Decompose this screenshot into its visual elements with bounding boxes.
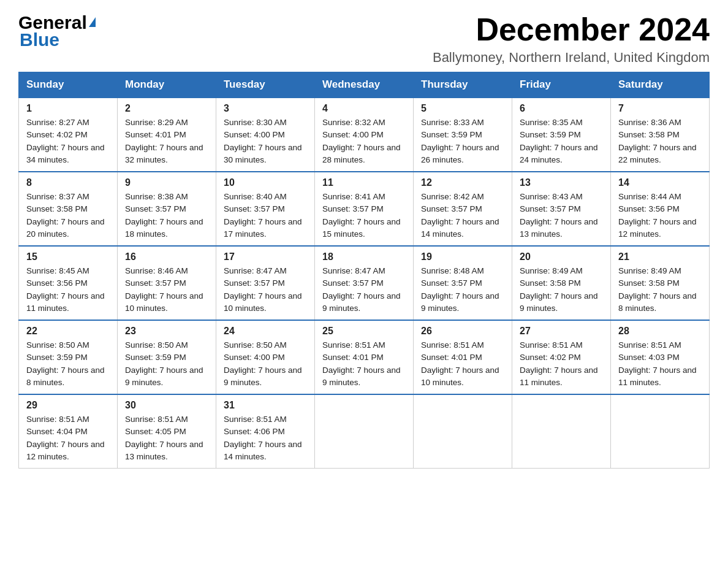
day-info: Sunrise: 8:38 AMSunset: 3:57 PMDaylight:… bbox=[125, 192, 203, 239]
calendar-cell: 5 Sunrise: 8:33 AMSunset: 3:59 PMDayligh… bbox=[414, 98, 512, 172]
calendar-cell: 21 Sunrise: 8:49 AMSunset: 3:58 PMDaylig… bbox=[611, 246, 710, 320]
day-info: Sunrise: 8:29 AMSunset: 4:01 PMDaylight:… bbox=[125, 118, 203, 164]
day-info: Sunrise: 8:45 AMSunset: 3:56 PMDaylight:… bbox=[26, 266, 105, 313]
day-number: 20 bbox=[520, 251, 603, 262]
day-info: Sunrise: 8:47 AMSunset: 3:57 PMDaylight:… bbox=[224, 266, 302, 313]
day-number: 17 bbox=[224, 251, 307, 262]
day-number: 15 bbox=[26, 251, 110, 262]
day-number: 27 bbox=[520, 326, 603, 337]
day-number: 4 bbox=[322, 103, 406, 114]
day-info: Sunrise: 8:36 AMSunset: 3:58 PMDaylight:… bbox=[618, 118, 697, 164]
day-number: 26 bbox=[421, 326, 504, 337]
calendar-cell: 20 Sunrise: 8:49 AMSunset: 3:58 PMDaylig… bbox=[512, 246, 611, 320]
day-number: 3 bbox=[224, 103, 307, 114]
calendar-cell: 12 Sunrise: 8:42 AMSunset: 3:57 PMDaylig… bbox=[414, 172, 512, 246]
day-info: Sunrise: 8:48 AMSunset: 3:57 PMDaylight:… bbox=[421, 266, 499, 313]
title-block: December 2024 Ballymoney, Northern Irela… bbox=[433, 12, 710, 66]
day-info: Sunrise: 8:43 AMSunset: 3:57 PMDaylight:… bbox=[520, 192, 598, 239]
day-number: 10 bbox=[224, 177, 307, 188]
logo-blue: Blue bbox=[18, 29, 59, 50]
day-number: 9 bbox=[125, 177, 208, 188]
day-info: Sunrise: 8:41 AMSunset: 3:57 PMDaylight:… bbox=[322, 192, 401, 239]
header-sunday: Sunday bbox=[19, 72, 118, 98]
day-number: 2 bbox=[125, 103, 208, 114]
calendar-cell: 16 Sunrise: 8:46 AMSunset: 3:57 PMDaylig… bbox=[118, 246, 216, 320]
main-title: December 2024 bbox=[433, 12, 710, 47]
calendar-cell: 3 Sunrise: 8:30 AMSunset: 4:00 PMDayligh… bbox=[216, 98, 315, 172]
calendar-cell: 7 Sunrise: 8:36 AMSunset: 3:58 PMDayligh… bbox=[611, 98, 710, 172]
day-number: 16 bbox=[125, 251, 208, 262]
day-number: 30 bbox=[125, 400, 208, 411]
calendar-cell: 8 Sunrise: 8:37 AMSunset: 3:58 PMDayligh… bbox=[19, 172, 118, 246]
calendar-cell: 27 Sunrise: 8:51 AMSunset: 4:02 PMDaylig… bbox=[512, 320, 611, 394]
calendar-cell: 9 Sunrise: 8:38 AMSunset: 3:57 PMDayligh… bbox=[118, 172, 216, 246]
day-number: 21 bbox=[618, 251, 702, 262]
calendar-cell: 6 Sunrise: 8:35 AMSunset: 3:59 PMDayligh… bbox=[512, 98, 611, 172]
calendar-week-row: 8 Sunrise: 8:37 AMSunset: 3:58 PMDayligh… bbox=[19, 172, 710, 246]
calendar-cell: 18 Sunrise: 8:47 AMSunset: 3:57 PMDaylig… bbox=[315, 246, 414, 320]
day-info: Sunrise: 8:30 AMSunset: 4:00 PMDaylight:… bbox=[224, 118, 302, 164]
day-number: 22 bbox=[26, 326, 110, 337]
calendar-cell: 15 Sunrise: 8:45 AMSunset: 3:56 PMDaylig… bbox=[19, 246, 118, 320]
day-number: 1 bbox=[26, 103, 110, 114]
day-info: Sunrise: 8:35 AMSunset: 3:59 PMDaylight:… bbox=[520, 118, 598, 164]
calendar-cell: 10 Sunrise: 8:40 AMSunset: 3:57 PMDaylig… bbox=[216, 172, 315, 246]
day-info: Sunrise: 8:42 AMSunset: 3:57 PMDaylight:… bbox=[421, 192, 499, 239]
day-info: Sunrise: 8:49 AMSunset: 3:58 PMDaylight:… bbox=[520, 266, 598, 313]
calendar-cell: 25 Sunrise: 8:51 AMSunset: 4:01 PMDaylig… bbox=[315, 320, 414, 394]
calendar-week-row: 22 Sunrise: 8:50 AMSunset: 3:59 PMDaylig… bbox=[19, 320, 710, 394]
day-info: Sunrise: 8:51 AMSunset: 4:02 PMDaylight:… bbox=[520, 340, 598, 387]
day-info: Sunrise: 8:51 AMSunset: 4:05 PMDaylight:… bbox=[125, 415, 203, 461]
header-friday: Friday bbox=[512, 72, 611, 98]
calendar-cell: 24 Sunrise: 8:50 AMSunset: 4:00 PMDaylig… bbox=[216, 320, 315, 394]
calendar-cell: 22 Sunrise: 8:50 AMSunset: 3:59 PMDaylig… bbox=[19, 320, 118, 394]
calendar-cell bbox=[611, 394, 710, 469]
day-info: Sunrise: 8:46 AMSunset: 3:57 PMDaylight:… bbox=[125, 266, 203, 313]
day-number: 8 bbox=[26, 177, 110, 188]
day-number: 19 bbox=[421, 251, 504, 262]
day-number: 12 bbox=[421, 177, 504, 188]
day-info: Sunrise: 8:47 AMSunset: 3:57 PMDaylight:… bbox=[322, 266, 401, 313]
subtitle: Ballymoney, Northern Ireland, United Kin… bbox=[433, 50, 710, 66]
calendar-cell bbox=[414, 394, 512, 469]
day-number: 5 bbox=[421, 103, 504, 114]
calendar-cell bbox=[512, 394, 611, 469]
day-info: Sunrise: 8:44 AMSunset: 3:56 PMDaylight:… bbox=[618, 192, 697, 239]
calendar-cell: 30 Sunrise: 8:51 AMSunset: 4:05 PMDaylig… bbox=[118, 394, 216, 469]
calendar-table: SundayMondayTuesdayWednesdayThursdayFrid… bbox=[18, 72, 710, 469]
day-info: Sunrise: 8:50 AMSunset: 3:59 PMDaylight:… bbox=[26, 340, 105, 387]
day-number: 31 bbox=[224, 400, 307, 411]
calendar-cell: 14 Sunrise: 8:44 AMSunset: 3:56 PMDaylig… bbox=[611, 172, 710, 246]
logo-triangle-icon bbox=[89, 17, 96, 27]
calendar-week-row: 1 Sunrise: 8:27 AMSunset: 4:02 PMDayligh… bbox=[19, 98, 710, 172]
day-info: Sunrise: 8:40 AMSunset: 3:57 PMDaylight:… bbox=[224, 192, 302, 239]
header-wednesday: Wednesday bbox=[315, 72, 414, 98]
day-info: Sunrise: 8:49 AMSunset: 3:58 PMDaylight:… bbox=[618, 266, 697, 313]
day-number: 29 bbox=[26, 400, 110, 411]
day-info: Sunrise: 8:32 AMSunset: 4:00 PMDaylight:… bbox=[322, 118, 401, 164]
day-info: Sunrise: 8:33 AMSunset: 3:59 PMDaylight:… bbox=[421, 118, 499, 164]
calendar-cell bbox=[315, 394, 414, 469]
calendar-cell: 1 Sunrise: 8:27 AMSunset: 4:02 PMDayligh… bbox=[19, 98, 118, 172]
day-info: Sunrise: 8:51 AMSunset: 4:01 PMDaylight:… bbox=[421, 340, 499, 387]
day-info: Sunrise: 8:50 AMSunset: 3:59 PMDaylight:… bbox=[125, 340, 203, 387]
calendar-header-row: SundayMondayTuesdayWednesdayThursdayFrid… bbox=[19, 72, 710, 98]
day-number: 6 bbox=[520, 103, 603, 114]
header-thursday: Thursday bbox=[414, 72, 512, 98]
logo: General Blue bbox=[18, 12, 96, 50]
calendar-cell: 29 Sunrise: 8:51 AMSunset: 4:04 PMDaylig… bbox=[19, 394, 118, 469]
header-monday: Monday bbox=[118, 72, 216, 98]
day-info: Sunrise: 8:51 AMSunset: 4:06 PMDaylight:… bbox=[224, 415, 302, 461]
calendar-cell: 26 Sunrise: 8:51 AMSunset: 4:01 PMDaylig… bbox=[414, 320, 512, 394]
calendar-cell: 11 Sunrise: 8:41 AMSunset: 3:57 PMDaylig… bbox=[315, 172, 414, 246]
day-info: Sunrise: 8:37 AMSunset: 3:58 PMDaylight:… bbox=[26, 192, 105, 239]
day-info: Sunrise: 8:51 AMSunset: 4:01 PMDaylight:… bbox=[322, 340, 401, 387]
day-info: Sunrise: 8:51 AMSunset: 4:04 PMDaylight:… bbox=[26, 415, 105, 461]
day-number: 13 bbox=[520, 177, 603, 188]
day-number: 11 bbox=[322, 177, 406, 188]
page-header: General Blue December 2024 Ballymoney, N… bbox=[18, 12, 710, 66]
calendar-week-row: 29 Sunrise: 8:51 AMSunset: 4:04 PMDaylig… bbox=[19, 394, 710, 469]
day-number: 28 bbox=[618, 326, 702, 337]
calendar-cell: 4 Sunrise: 8:32 AMSunset: 4:00 PMDayligh… bbox=[315, 98, 414, 172]
day-info: Sunrise: 8:50 AMSunset: 4:00 PMDaylight:… bbox=[224, 340, 302, 387]
